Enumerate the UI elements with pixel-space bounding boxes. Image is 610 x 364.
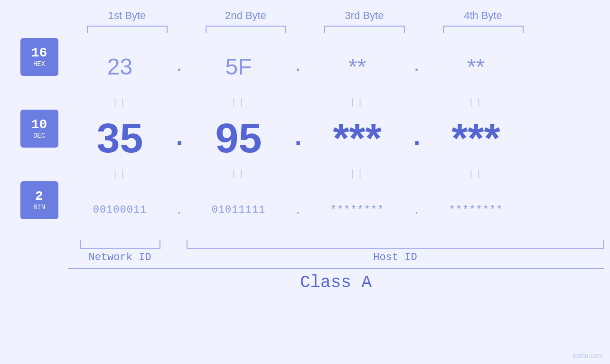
byte-header-1: 1st Byte xyxy=(75,9,179,22)
network-id-bracket: Network ID xyxy=(68,240,172,263)
dec-values-row: 35 . 95 . *** . *** xyxy=(68,117,590,159)
top-bracket-4 xyxy=(431,26,535,33)
full-bottom-bracket xyxy=(6,268,604,269)
bin-byte-2: 01011111 xyxy=(187,204,291,216)
dec-byte-4: *** xyxy=(424,117,528,159)
bottom-brackets-container: Network ID Host ID xyxy=(6,240,604,263)
hex-row-container: 16 HEX 23 . 5F . ** . ** xyxy=(6,38,604,95)
dec-byte-2: 95 xyxy=(187,117,291,159)
host-id-bracket: Host ID xyxy=(187,240,604,263)
watermark: ipshu.com xyxy=(572,352,603,359)
dec-badge-container: 10 DEC xyxy=(6,110,68,167)
dec-dot-2: . xyxy=(291,124,305,152)
bin-byte-4: ******** xyxy=(424,204,528,216)
hex-badge: 16 HEX xyxy=(20,38,58,76)
dec-row-container: 10 DEC 35 . 95 . *** . *** xyxy=(6,110,604,167)
hex-byte-2: 5F xyxy=(187,54,291,80)
top-bracket-2 xyxy=(194,26,298,33)
hex-byte-1: 23 xyxy=(68,54,172,80)
dec-dot-1: . xyxy=(172,124,187,152)
hex-dot-2: . xyxy=(291,57,305,76)
equals-row-2: || || || || xyxy=(6,168,604,179)
byte-headers-row: 1st Byte 2nd Byte 3rd Byte 4th Byte xyxy=(75,9,597,22)
byte-header-2: 2nd Byte xyxy=(194,9,298,22)
class-label: Class A xyxy=(68,273,604,292)
hex-badge-container: 16 HEX xyxy=(6,38,68,95)
bin-dot-2: . xyxy=(291,203,305,217)
class-label-container: Class A xyxy=(6,273,604,292)
bin-byte-3: ******** xyxy=(305,204,410,216)
dec-badge: 10 DEC xyxy=(20,110,58,148)
equals-row-1: || || || || xyxy=(6,97,604,108)
hex-dot-1: . xyxy=(172,57,187,76)
byte-header-4: 4th Byte xyxy=(431,9,535,22)
top-bracket-3 xyxy=(312,26,417,33)
bin-byte-1: 00100011 xyxy=(68,204,172,216)
equals-inner-1: || || || || xyxy=(68,97,590,108)
byte-header-3: 3rd Byte xyxy=(312,9,417,22)
equals-inner-2: || || || || xyxy=(68,168,590,179)
hex-dot-3: . xyxy=(410,57,424,76)
bin-dot-3: . xyxy=(410,203,424,217)
hex-values-row: 23 . 5F . ** . ** xyxy=(68,54,590,80)
bin-badge: 2 BIN xyxy=(20,181,58,219)
host-id-label: Host ID xyxy=(373,252,417,263)
bin-dot-1: . xyxy=(172,203,187,217)
dec-dot-3: . xyxy=(410,124,424,152)
top-bracket-1 xyxy=(75,26,179,33)
hex-byte-3: ** xyxy=(305,54,410,80)
main-container: 1st Byte 2nd Byte 3rd Byte 4th Byte xyxy=(0,0,610,364)
bin-values-row: 00100011 . 01011111 . ******** . *******… xyxy=(68,203,590,217)
dec-byte-1: 35 xyxy=(68,117,172,159)
bin-badge-container: 2 BIN xyxy=(6,181,68,238)
network-id-label: Network ID xyxy=(88,252,151,263)
dec-byte-3: *** xyxy=(305,117,410,159)
top-brackets-row xyxy=(75,26,597,33)
hex-byte-4: ** xyxy=(424,54,528,80)
bin-row-container: 2 BIN 00100011 . 01011111 . ******** . xyxy=(6,181,604,238)
